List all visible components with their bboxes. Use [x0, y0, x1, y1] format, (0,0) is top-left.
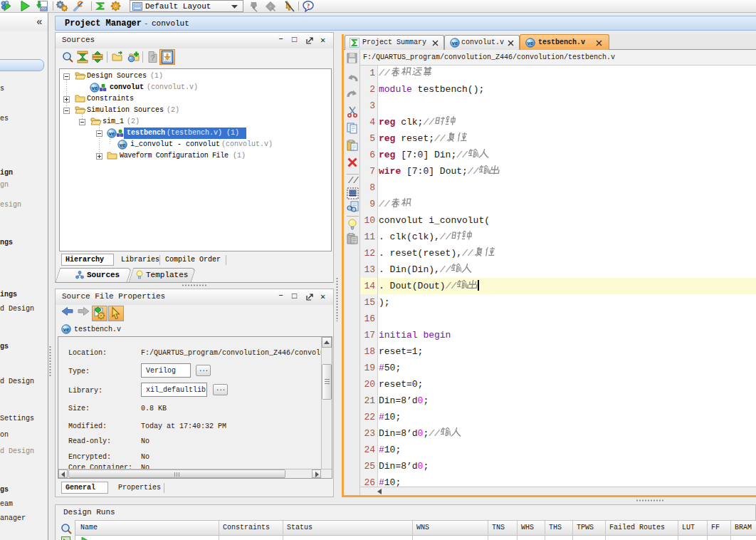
- svg-text:?: ?: [150, 53, 155, 62]
- svg-text:101: 101: [41, 7, 47, 11]
- svg-text:?: ?: [307, 2, 310, 9]
